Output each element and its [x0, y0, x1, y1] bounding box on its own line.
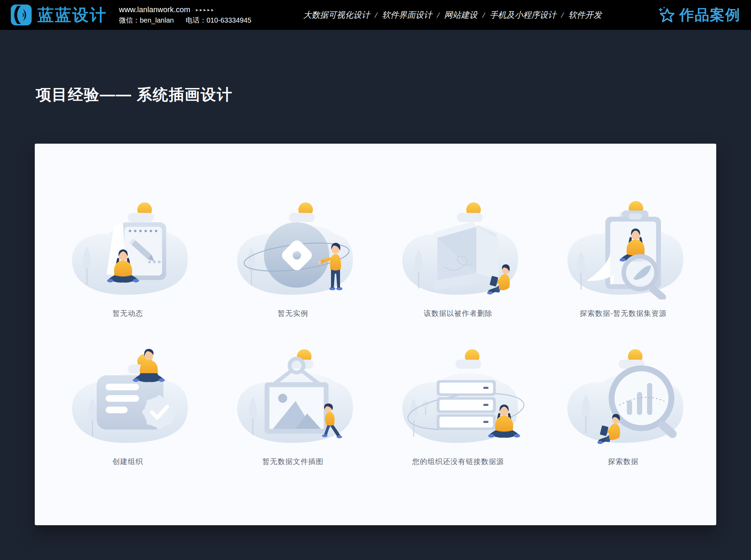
- illustration-grid: 暂无动态 暂无实例: [45, 192, 706, 466]
- illustration-clipboard-magnifier: [557, 192, 689, 299]
- showcase-card: 暂无动态 暂无实例: [35, 144, 716, 525]
- portfolio-label: 作品案例: [679, 5, 741, 25]
- page-title: 项目经验—— 系统插画设计: [36, 85, 233, 105]
- tile-deleted-data: 该数据以被作者删除: [376, 192, 541, 318]
- illustration-magnifier-bar-chart: [557, 340, 689, 448]
- nav-separator: /: [561, 10, 564, 20]
- main-nav: 大数据可视化设计 / 软件界面设计 / 网站建设 / 手机及小程序设计 / 软件…: [251, 9, 654, 21]
- nav-item-bigdata[interactable]: 大数据可视化设计: [303, 9, 370, 21]
- nav-separator: /: [437, 10, 439, 20]
- tile-caption: 暂无实例: [278, 309, 308, 318]
- nav-item-mobile-miniapp[interactable]: 手机及小程序设计: [490, 9, 556, 21]
- tile-caption: 您的组织还没有链接数据源: [412, 457, 504, 466]
- tile-explore-no-dataset: 探索数据-暂无数据集资源: [541, 192, 706, 318]
- illustration-picture-frame: [227, 340, 359, 448]
- tile-no-instance: 暂无实例: [210, 192, 376, 318]
- arrows-decoration: ▸▸▸▸▸: [196, 7, 215, 13]
- brand-name: 蓝蓝设计: [38, 4, 107, 26]
- nav-separator: /: [482, 10, 485, 20]
- tile-caption: 创建组织: [113, 457, 143, 466]
- illustration-list-card-check: [62, 340, 194, 448]
- illustration-empty-open-box: [392, 192, 524, 299]
- illustration-notepad-pencil: [62, 192, 194, 299]
- wechat-info: 微信：ben_lanlan: [119, 16, 174, 25]
- site-url[interactable]: www.lanlanwork.com: [119, 5, 190, 14]
- tile-caption: 探索数据-暂无数据集资源: [580, 309, 667, 318]
- lanlan-logo-icon: [10, 4, 32, 26]
- picture-frame-icon: [265, 359, 329, 434]
- nav-separator: /: [375, 10, 377, 20]
- nav-item-dev[interactable]: 软件开发: [568, 9, 602, 21]
- brand-logo[interactable]: 蓝蓝设计: [10, 4, 107, 26]
- portfolio-link[interactable]: 作品案例: [658, 5, 741, 25]
- tile-no-activity: 暂无动态: [45, 192, 210, 318]
- nav-item-software-ui[interactable]: 软件界面设计: [382, 9, 432, 21]
- sun-cloud-icon: [289, 202, 315, 222]
- tile-create-org: 创建组织: [45, 340, 210, 466]
- tile-no-datasource: 您的组织还没有链接数据源: [376, 340, 541, 466]
- tile-caption: 暂无动态: [113, 309, 143, 318]
- check-badge-icon: [142, 395, 176, 429]
- illustration-compass-disc: [227, 192, 359, 299]
- tile-caption: 暂无数据文件插图: [263, 457, 324, 466]
- nav-item-website[interactable]: 网站建设: [444, 9, 477, 21]
- illustration-server-stack: [392, 340, 524, 448]
- sun-cloud-icon: [128, 202, 154, 222]
- star-sparkle-icon: [658, 6, 675, 24]
- sun-cloud-icon: [457, 202, 483, 222]
- sun-cloud-icon: [455, 349, 481, 369]
- tile-no-data-file: 暂无数据文件插图: [210, 340, 376, 466]
- tile-caption: 该数据以被作者删除: [424, 309, 493, 318]
- contact-block: www.lanlanwork.com ▸▸▸▸▸ 微信：ben_lanlan 电…: [119, 5, 251, 25]
- top-header: 蓝蓝设计 www.lanlanwork.com ▸▸▸▸▸ 微信：ben_lan…: [0, 0, 751, 30]
- tile-explore-data: 探索数据: [541, 340, 706, 466]
- phone-info: 电话：010-63334945: [186, 16, 251, 25]
- tile-caption: 探索数据: [608, 457, 639, 466]
